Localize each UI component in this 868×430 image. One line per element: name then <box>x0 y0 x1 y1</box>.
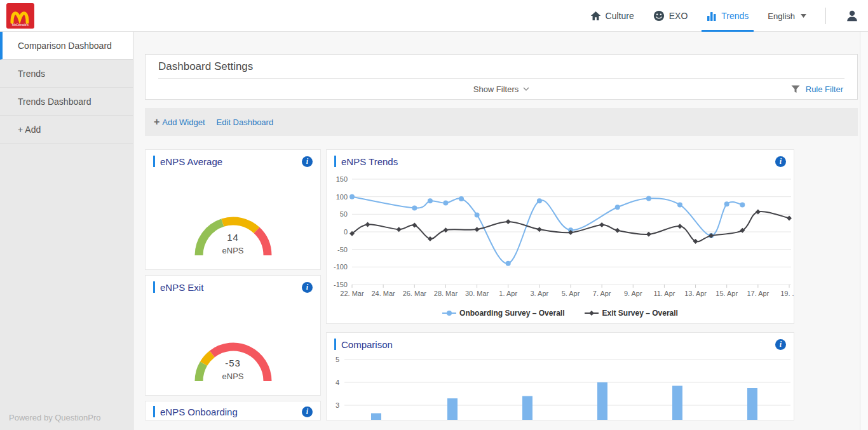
svg-text:0: 0 <box>344 228 348 236</box>
info-icon[interactable]: i <box>775 156 786 167</box>
svg-text:50: 50 <box>340 210 348 218</box>
widget-accent-bar <box>153 281 155 293</box>
funnel-icon <box>791 85 800 93</box>
dashboard-toolbar: + Add Widget Edit Dashboard <box>145 108 858 136</box>
widget-title: eNPS Exit <box>160 282 302 293</box>
edit-dashboard-label: Edit Dashboard <box>217 118 274 127</box>
widget-accent-bar <box>153 156 155 167</box>
svg-text:3. Apr: 3. Apr <box>530 290 548 297</box>
topbar: McDonald's Culture EXO <box>0 0 868 32</box>
svg-text:5: 5 <box>336 356 339 363</box>
nav-item-culture[interactable]: Culture <box>590 0 634 32</box>
gauge-enps-average: 14 eNPS <box>179 196 287 259</box>
info-icon[interactable]: i <box>302 406 313 417</box>
user-menu-button[interactable] <box>845 9 859 23</box>
gauge-value: 14 <box>179 232 287 243</box>
add-widget-label: Add Widget <box>162 118 205 127</box>
widget-title: Comparison <box>341 339 775 350</box>
sidebar-item-label: + Add <box>18 124 41 135</box>
svg-text:-50: -50 <box>337 246 348 253</box>
widget-accent-bar <box>153 406 155 417</box>
widget-comparison: Comparison i 543 <box>326 332 794 420</box>
sidebar-item-label: Trends Dashboard <box>18 97 91 107</box>
legend-item-onboarding[interactable]: Onboarding Survey – Overall <box>442 309 564 318</box>
home-icon <box>590 11 601 21</box>
widget-title: eNPS Trends <box>341 156 775 167</box>
widget-accent-bar <box>334 156 336 167</box>
svg-text:-150: -150 <box>334 281 348 288</box>
rule-filter-button[interactable]: Rule Filter <box>791 84 843 94</box>
svg-text:26. Mar: 26. Mar <box>403 290 427 297</box>
svg-text:30. Mar: 30. Mar <box>465 290 489 297</box>
sidebar-item-add[interactable]: + Add <box>0 116 133 144</box>
widget-title: eNPS Average <box>160 156 302 167</box>
svg-text:1. Apr: 1. Apr <box>499 290 517 297</box>
add-widget-button[interactable]: + Add Widget <box>154 117 205 127</box>
sidebar-item-trends[interactable]: Trends <box>0 60 133 88</box>
brand-logo[interactable]: McDonald's <box>6 3 34 29</box>
widget-title: eNPS Onboarding <box>160 406 302 417</box>
sidebar-item-label: Comparison Dashboard <box>18 41 112 51</box>
sidebar-item-comparison-dashboard[interactable]: Comparison Dashboard <box>0 32 133 60</box>
user-icon <box>845 9 859 23</box>
svg-text:5. Apr: 5. Apr <box>562 290 580 297</box>
legend-marker-diamond <box>585 310 599 316</box>
mcdonalds-arches-icon: McDonald's <box>6 3 34 29</box>
svg-text:100: 100 <box>336 193 348 201</box>
top-navigation: Culture EXO Trends En <box>590 0 859 32</box>
chevron-down-icon <box>523 87 529 91</box>
gauge-unit: eNPS <box>179 246 287 255</box>
caret-down-icon <box>801 14 806 18</box>
powered-by-text: Powered by QuestionPro <box>9 413 101 422</box>
plus-icon: + <box>154 117 159 127</box>
svg-text:7. Apr: 7. Apr <box>593 290 611 297</box>
show-filters-toggle[interactable]: Show Filters <box>473 84 530 94</box>
comparison-bar-chart[interactable]: 543 <box>327 354 794 420</box>
gauge-value: -53 <box>179 358 287 368</box>
gauge-unit: eNPS <box>179 372 287 381</box>
edit-dashboard-button[interactable]: Edit Dashboard <box>217 118 274 127</box>
legend-item-exit[interactable]: Exit Survey – Overall <box>585 309 677 318</box>
rule-filter-label: Rule Filter <box>806 84 843 94</box>
svg-text:-100: -100 <box>334 263 348 271</box>
widget-enps-average: eNPS Average i 14 eNPS <box>145 149 321 270</box>
nav-label-exo: EXO <box>669 11 688 21</box>
widget-enps-exit: eNPS Exit i -53 eNPS <box>145 275 321 396</box>
svg-text:9. Apr: 9. Apr <box>624 290 642 297</box>
sidebar-item-label: Trends <box>18 69 45 79</box>
sidebar-item-trends-dashboard[interactable]: Trends Dashboard <box>0 88 133 116</box>
svg-text:13. Apr: 13. Apr <box>684 290 707 297</box>
show-filters-label: Show Filters <box>473 84 519 94</box>
legend-label: Onboarding Survey – Overall <box>459 309 564 318</box>
info-icon[interactable]: i <box>302 282 313 293</box>
language-selector[interactable]: English <box>768 11 806 21</box>
nav-item-trends[interactable]: Trends <box>707 0 749 32</box>
widget-enps-onboarding: eNPS Onboarding i <box>145 401 321 420</box>
svg-text:19. ...: 19. ... <box>780 290 794 297</box>
main-content: Dashboard Settings Show Filters Rule Fil… <box>133 32 868 430</box>
trends-line-chart[interactable]: 150100500-50-100-15022. Mar24. Mar26. Ma… <box>327 175 794 301</box>
bar-chart-icon <box>707 11 717 21</box>
svg-text:28. Mar: 28. Mar <box>434 290 458 297</box>
widget-enps-trends: eNPS Trends i 150100500-50-100-15022. Ma… <box>326 149 794 324</box>
info-icon[interactable]: i <box>302 156 313 167</box>
svg-text:24. Mar: 24. Mar <box>371 290 395 297</box>
legend-label: Exit Survey – Overall <box>602 309 677 318</box>
chart-legend: Onboarding Survey – Overall Exit Survey … <box>327 309 794 318</box>
nav-item-exo[interactable]: EXO <box>653 0 688 32</box>
vertical-scrollbar[interactable] <box>860 32 868 430</box>
sidebar: Comparison Dashboard Trends Trends Dashb… <box>0 32 133 430</box>
nav-label-trends: Trends <box>721 11 749 21</box>
svg-text:3: 3 <box>336 401 339 409</box>
nav-label-culture: Culture <box>606 11 634 21</box>
legend-marker-circle <box>442 310 456 316</box>
smiley-icon <box>653 10 665 22</box>
svg-text:15. Apr: 15. Apr <box>715 290 738 297</box>
info-icon[interactable]: i <box>775 339 786 350</box>
svg-text:4: 4 <box>336 379 339 386</box>
gauge-enps-exit: -53 eNPS <box>179 321 287 385</box>
questionpro-dashboard: McDonald's Culture EXO <box>0 0 868 430</box>
svg-text:150: 150 <box>336 175 348 183</box>
settings-title: Dashboard Settings <box>158 60 253 73</box>
svg-text:17. Apr: 17. Apr <box>747 290 769 297</box>
